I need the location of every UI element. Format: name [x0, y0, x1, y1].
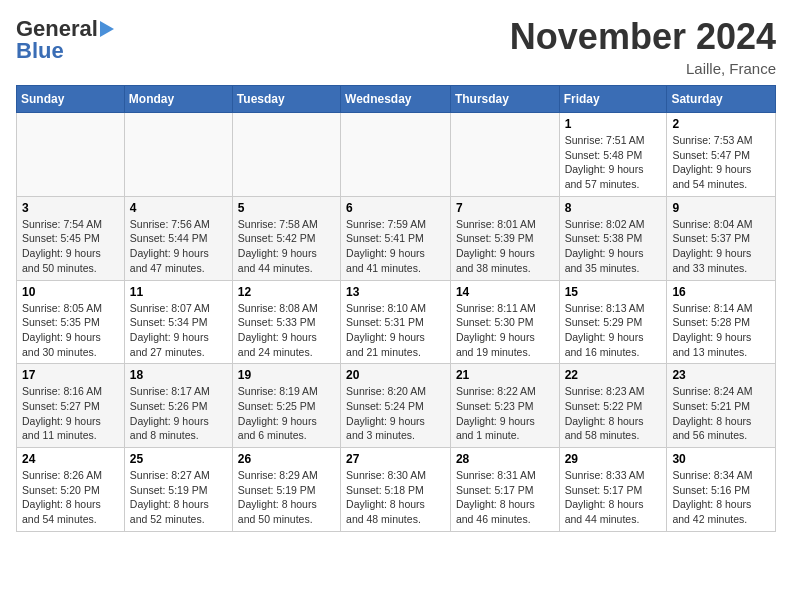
calendar-cell: 6Sunrise: 7:59 AM Sunset: 5:41 PM Daylig…: [341, 196, 451, 280]
day-info: Sunrise: 8:07 AM Sunset: 5:34 PM Dayligh…: [130, 301, 227, 360]
calendar-cell: 24Sunrise: 8:26 AM Sunset: 5:20 PM Dayli…: [17, 448, 125, 532]
day-number: 2: [672, 117, 770, 131]
day-info: Sunrise: 8:11 AM Sunset: 5:30 PM Dayligh…: [456, 301, 554, 360]
title-area: November 2024 Laille, France: [510, 16, 776, 77]
calendar-cell: 27Sunrise: 8:30 AM Sunset: 5:18 PM Dayli…: [341, 448, 451, 532]
day-number: 11: [130, 285, 227, 299]
col-header-thursday: Thursday: [450, 86, 559, 113]
day-info: Sunrise: 7:56 AM Sunset: 5:44 PM Dayligh…: [130, 217, 227, 276]
day-info: Sunrise: 7:54 AM Sunset: 5:45 PM Dayligh…: [22, 217, 119, 276]
logo-arrow-icon: [100, 21, 114, 37]
day-info: Sunrise: 8:30 AM Sunset: 5:18 PM Dayligh…: [346, 468, 445, 527]
day-info: Sunrise: 7:51 AM Sunset: 5:48 PM Dayligh…: [565, 133, 662, 192]
calendar-cell: [232, 113, 340, 197]
day-number: 3: [22, 201, 119, 215]
calendar-cell: [450, 113, 559, 197]
day-number: 26: [238, 452, 335, 466]
calendar-cell: 7Sunrise: 8:01 AM Sunset: 5:39 PM Daylig…: [450, 196, 559, 280]
calendar-cell: 10Sunrise: 8:05 AM Sunset: 5:35 PM Dayli…: [17, 280, 125, 364]
calendar-cell: 15Sunrise: 8:13 AM Sunset: 5:29 PM Dayli…: [559, 280, 667, 364]
day-number: 15: [565, 285, 662, 299]
day-info: Sunrise: 8:14 AM Sunset: 5:28 PM Dayligh…: [672, 301, 770, 360]
day-number: 1: [565, 117, 662, 131]
day-number: 27: [346, 452, 445, 466]
day-number: 4: [130, 201, 227, 215]
calendar-cell: 2Sunrise: 7:53 AM Sunset: 5:47 PM Daylig…: [667, 113, 776, 197]
calendar-cell: 20Sunrise: 8:20 AM Sunset: 5:24 PM Dayli…: [341, 364, 451, 448]
calendar-cell: 30Sunrise: 8:34 AM Sunset: 5:16 PM Dayli…: [667, 448, 776, 532]
day-info: Sunrise: 7:59 AM Sunset: 5:41 PM Dayligh…: [346, 217, 445, 276]
header: General Blue November 2024 Laille, Franc…: [16, 16, 776, 77]
day-number: 5: [238, 201, 335, 215]
day-info: Sunrise: 8:05 AM Sunset: 5:35 PM Dayligh…: [22, 301, 119, 360]
day-number: 24: [22, 452, 119, 466]
day-info: Sunrise: 8:26 AM Sunset: 5:20 PM Dayligh…: [22, 468, 119, 527]
calendar-cell: 16Sunrise: 8:14 AM Sunset: 5:28 PM Dayli…: [667, 280, 776, 364]
calendar-cell: 9Sunrise: 8:04 AM Sunset: 5:37 PM Daylig…: [667, 196, 776, 280]
logo-blue: Blue: [16, 38, 64, 64]
day-number: 20: [346, 368, 445, 382]
day-info: Sunrise: 8:33 AM Sunset: 5:17 PM Dayligh…: [565, 468, 662, 527]
calendar-cell: 19Sunrise: 8:19 AM Sunset: 5:25 PM Dayli…: [232, 364, 340, 448]
day-info: Sunrise: 8:29 AM Sunset: 5:19 PM Dayligh…: [238, 468, 335, 527]
col-header-friday: Friday: [559, 86, 667, 113]
day-info: Sunrise: 7:53 AM Sunset: 5:47 PM Dayligh…: [672, 133, 770, 192]
day-info: Sunrise: 8:20 AM Sunset: 5:24 PM Dayligh…: [346, 384, 445, 443]
day-number: 14: [456, 285, 554, 299]
day-info: Sunrise: 8:01 AM Sunset: 5:39 PM Dayligh…: [456, 217, 554, 276]
day-number: 8: [565, 201, 662, 215]
calendar-cell: 14Sunrise: 8:11 AM Sunset: 5:30 PM Dayli…: [450, 280, 559, 364]
calendar-cell: 26Sunrise: 8:29 AM Sunset: 5:19 PM Dayli…: [232, 448, 340, 532]
calendar-cell: [341, 113, 451, 197]
day-info: Sunrise: 8:31 AM Sunset: 5:17 PM Dayligh…: [456, 468, 554, 527]
day-number: 16: [672, 285, 770, 299]
day-number: 22: [565, 368, 662, 382]
day-number: 12: [238, 285, 335, 299]
day-number: 30: [672, 452, 770, 466]
col-header-saturday: Saturday: [667, 86, 776, 113]
day-number: 18: [130, 368, 227, 382]
day-info: Sunrise: 8:17 AM Sunset: 5:26 PM Dayligh…: [130, 384, 227, 443]
day-info: Sunrise: 8:08 AM Sunset: 5:33 PM Dayligh…: [238, 301, 335, 360]
calendar-cell: 18Sunrise: 8:17 AM Sunset: 5:26 PM Dayli…: [124, 364, 232, 448]
location: Laille, France: [510, 60, 776, 77]
day-info: Sunrise: 8:10 AM Sunset: 5:31 PM Dayligh…: [346, 301, 445, 360]
calendar-cell: [124, 113, 232, 197]
calendar-cell: 5Sunrise: 7:58 AM Sunset: 5:42 PM Daylig…: [232, 196, 340, 280]
calendar-cell: 23Sunrise: 8:24 AM Sunset: 5:21 PM Dayli…: [667, 364, 776, 448]
day-number: 25: [130, 452, 227, 466]
day-info: Sunrise: 8:27 AM Sunset: 5:19 PM Dayligh…: [130, 468, 227, 527]
day-number: 21: [456, 368, 554, 382]
day-number: 19: [238, 368, 335, 382]
calendar-cell: 12Sunrise: 8:08 AM Sunset: 5:33 PM Dayli…: [232, 280, 340, 364]
day-number: 6: [346, 201, 445, 215]
day-info: Sunrise: 8:16 AM Sunset: 5:27 PM Dayligh…: [22, 384, 119, 443]
calendar-cell: 29Sunrise: 8:33 AM Sunset: 5:17 PM Dayli…: [559, 448, 667, 532]
calendar-cell: 25Sunrise: 8:27 AM Sunset: 5:19 PM Dayli…: [124, 448, 232, 532]
col-header-sunday: Sunday: [17, 86, 125, 113]
calendar-cell: 17Sunrise: 8:16 AM Sunset: 5:27 PM Dayli…: [17, 364, 125, 448]
day-info: Sunrise: 8:19 AM Sunset: 5:25 PM Dayligh…: [238, 384, 335, 443]
calendar-cell: 3Sunrise: 7:54 AM Sunset: 5:45 PM Daylig…: [17, 196, 125, 280]
col-header-monday: Monday: [124, 86, 232, 113]
day-number: 17: [22, 368, 119, 382]
col-header-tuesday: Tuesday: [232, 86, 340, 113]
col-header-wednesday: Wednesday: [341, 86, 451, 113]
day-number: 10: [22, 285, 119, 299]
day-number: 23: [672, 368, 770, 382]
day-info: Sunrise: 8:34 AM Sunset: 5:16 PM Dayligh…: [672, 468, 770, 527]
calendar-cell: 13Sunrise: 8:10 AM Sunset: 5:31 PM Dayli…: [341, 280, 451, 364]
day-info: Sunrise: 8:23 AM Sunset: 5:22 PM Dayligh…: [565, 384, 662, 443]
day-info: Sunrise: 8:04 AM Sunset: 5:37 PM Dayligh…: [672, 217, 770, 276]
day-info: Sunrise: 8:22 AM Sunset: 5:23 PM Dayligh…: [456, 384, 554, 443]
logo: General Blue: [16, 16, 114, 64]
calendar-cell: 8Sunrise: 8:02 AM Sunset: 5:38 PM Daylig…: [559, 196, 667, 280]
calendar-cell: 11Sunrise: 8:07 AM Sunset: 5:34 PM Dayli…: [124, 280, 232, 364]
calendar-cell: 4Sunrise: 7:56 AM Sunset: 5:44 PM Daylig…: [124, 196, 232, 280]
day-info: Sunrise: 8:24 AM Sunset: 5:21 PM Dayligh…: [672, 384, 770, 443]
day-number: 13: [346, 285, 445, 299]
calendar-cell: 21Sunrise: 8:22 AM Sunset: 5:23 PM Dayli…: [450, 364, 559, 448]
day-number: 9: [672, 201, 770, 215]
calendar-table: SundayMondayTuesdayWednesdayThursdayFrid…: [16, 85, 776, 532]
day-info: Sunrise: 8:02 AM Sunset: 5:38 PM Dayligh…: [565, 217, 662, 276]
